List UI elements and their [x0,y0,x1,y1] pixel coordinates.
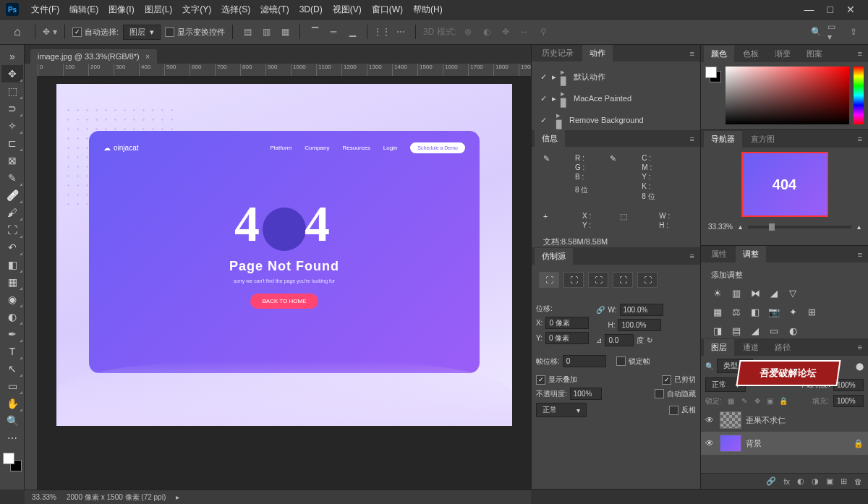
brush-tool[interactable]: 🖌 [1,204,23,221]
status-dims[interactable]: 2000 像素 x 1500 像素 (72 ppi) [67,492,166,503]
ruler-origin[interactable] [25,64,38,77]
properties-tab[interactable]: 属性 [704,246,734,262]
lock-all-icon[interactable]: 🔒 [778,397,788,405]
gradient-tab[interactable]: 渐变 [767,46,798,62]
menu-layer[interactable]: 图层(L) [140,4,178,16]
menu-select[interactable]: 选择(S) [216,4,255,16]
photo-filter-icon[interactable]: 📷 [767,305,780,318]
frame-offset-input[interactable] [563,355,606,367]
brightness-icon[interactable]: ☀ [711,286,724,299]
workspace-icon[interactable]: ▭ ▾ [827,25,842,39]
maximize-button[interactable]: □ [827,4,833,15]
show-transform-checkbox[interactable] [165,27,174,37]
channel-mixer-icon[interactable]: ✦ [786,305,799,318]
collapse-toolbox-icon[interactable]: » [1,48,23,65]
histogram-tab[interactable]: 直方图 [744,131,782,148]
color-field[interactable] [726,67,849,124]
clone-h-input[interactable] [618,319,661,331]
paths-tab[interactable]: 路径 [767,339,798,356]
align-center-h-icon[interactable]: ▥ [259,25,273,39]
panel-menu-icon[interactable]: ≡ [687,252,697,260]
align-center-v-icon[interactable]: ═ [326,25,341,39]
minimize-button[interactable]: — [804,4,814,15]
clone-source-1[interactable]: ⛶ [539,272,559,288]
menu-edit[interactable]: 编辑(E) [64,4,103,16]
clipped-checkbox[interactable] [662,375,671,385]
clone-source-4[interactable]: ⛶ [613,272,633,288]
zoom-out-icon[interactable]: ▴ [739,223,742,231]
channels-tab[interactable]: 通道 [736,339,766,356]
panel-menu-icon[interactable]: ≡ [855,49,865,58]
layer-thumbnail[interactable] [720,435,741,452]
magic-wand-tool[interactable]: ✧ [1,117,23,134]
panel-menu-icon[interactable]: ≡ [855,250,865,259]
hue-slider[interactable] [854,67,864,124]
layer-mask-icon[interactable]: ◐ [797,477,804,486]
patterns-tab[interactable]: 图案 [799,46,830,62]
action-item[interactable]: ✓ ▸ ▉Remove Background [536,109,696,131]
move-tool-icon[interactable]: ✥ ▾ [43,25,57,39]
ruler-horizontal[interactable]: 0100200300400500600700800900100011001200… [38,64,531,77]
menu-image[interactable]: 图像(I) [103,4,139,16]
bw-icon[interactable]: ◧ [749,305,762,318]
pen-tool[interactable]: ✒ [1,325,23,343]
gradient-map-icon[interactable]: ▭ [767,324,780,337]
menu-type[interactable]: 文字(Y) [177,4,216,16]
clone-blend-dropdown[interactable]: 正常▾ [536,403,587,417]
visibility-icon[interactable]: 👁 [705,438,715,448]
action-item[interactable]: ✓▸▸ ▉MacAce Painted [536,87,696,109]
layer-name[interactable]: 歪果不求仁 [746,415,786,426]
history-brush-tool[interactable]: ↶ [1,239,23,256]
invert-icon[interactable]: ◨ [711,324,724,337]
color-swatches[interactable] [3,453,22,471]
posterize-icon[interactable]: ▤ [730,324,743,337]
zoom-tool[interactable]: 🔍 [1,412,23,430]
link-layers-icon[interactable]: 🔗 [766,477,776,486]
crop-tool[interactable]: ⊏ [1,134,23,152]
menu-window[interactable]: 窗口(W) [367,4,408,16]
navigator-thumbnail[interactable]: 404 [741,152,828,217]
lock-pixels-icon[interactable]: ▦ [726,397,736,405]
reset-icon[interactable]: ↻ [647,336,652,344]
layer-thumbnail[interactable] [720,411,741,429]
zoom-slider[interactable] [748,226,851,228]
canvas[interactable]: ☁ oinjacat Platform Company Resources Lo… [38,77,531,490]
selective-color-icon[interactable]: ◐ [786,324,799,337]
panel-menu-icon[interactable]: ≡ [687,134,697,143]
visibility-icon[interactable]: 👁 [705,415,715,425]
menu-3d[interactable]: 3D(D) [294,4,328,14]
adjustments-tab[interactable]: 调整 [736,246,766,262]
layer-row[interactable]: 👁 背景 🔒 [701,432,868,455]
hand-tool[interactable]: ✋ [1,395,23,412]
clone-opacity-input[interactable] [570,388,602,400]
color-tab[interactable]: 颜色 [704,46,734,62]
clone-w-input[interactable] [620,304,663,316]
layer-row[interactable]: 👁 歪果不求仁 [701,409,868,432]
show-overlay-checkbox[interactable] [536,375,545,385]
swatches-tab[interactable]: 色板 [736,46,766,62]
align-left-icon[interactable]: ▤ [240,25,255,39]
lock-move-icon[interactable]: ✥ [752,397,762,405]
panel-menu-icon[interactable]: ≡ [855,134,865,143]
link-icon[interactable]: 🔗 [596,306,605,314]
distribute-icon[interactable]: ⋮⋮ [375,25,389,39]
layer-fill-input[interactable] [833,395,864,407]
gradient-tool[interactable]: ▦ [1,273,23,291]
panel-menu-icon[interactable]: ≡ [855,343,865,351]
align-right-icon[interactable]: ▦ [278,25,292,39]
clone-source-5[interactable]: ⛶ [637,272,658,288]
search-icon[interactable]: 🔍 [809,25,823,39]
shape-tool[interactable]: ▭ [1,377,23,395]
eraser-tool[interactable]: ◧ [1,256,23,273]
exposure-icon[interactable]: ◢ [767,286,780,299]
close-tab-icon[interactable]: × [145,52,150,61]
history-tab[interactable]: 历史记录 [535,45,581,61]
layers-tab[interactable]: 图层 [704,339,734,356]
clone-y-input[interactable] [545,332,589,344]
filter-search-icon[interactable]: 🔍 [705,362,714,370]
edit-toolbar-icon[interactable]: ⋯ [1,430,23,447]
nav-zoom-value[interactable]: 33.33% [708,223,733,231]
lock-frame-checkbox[interactable] [616,356,626,366]
menu-view[interactable]: 视图(V) [328,4,367,16]
layer-style-icon[interactable]: fx [783,477,790,486]
